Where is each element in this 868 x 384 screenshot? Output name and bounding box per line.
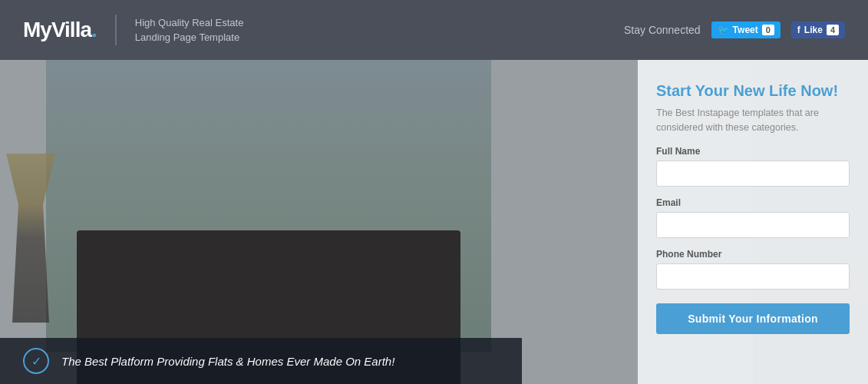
like-count: 4 — [827, 25, 839, 35]
logo-area: MyVilla. High Quality Real Estate Landin… — [23, 15, 273, 45]
tweet-button[interactable]: 🐦 Tweet 0 — [711, 22, 781, 38]
main-content: ✓ The Best Platform Providing Flats & Ho… — [0, 60, 868, 384]
like-button[interactable]: f Like 4 — [791, 22, 845, 38]
facebook-icon: f — [797, 25, 800, 35]
full-name-group: Full Name — [656, 146, 850, 187]
logo: MyVilla. — [23, 18, 97, 42]
email-label: Email — [656, 197, 850, 208]
banner-text: The Best Platform Providing Flats & Home… — [61, 355, 394, 368]
tweet-label: Tweet — [733, 25, 758, 35]
phone-input[interactable] — [656, 263, 850, 290]
form-title: Start Your New Life Now! — [656, 81, 850, 100]
logo-divider — [115, 15, 117, 45]
form-panel: Start Your New Life Now! The Best Instap… — [638, 60, 868, 384]
twitter-icon: 🐦 — [718, 25, 729, 35]
check-circle: ✓ — [23, 348, 49, 374]
full-name-input[interactable] — [656, 161, 850, 187]
header-right: Stay Connected 🐦 Tweet 0 f Like 4 — [624, 22, 845, 38]
logo-tagline: High Quality Real Estate Landing Page Te… — [135, 15, 273, 45]
stay-connected-label: Stay Connected — [624, 24, 701, 36]
full-name-label: Full Name — [656, 146, 850, 157]
form-subtitle: The Best Instapage templates that are co… — [656, 106, 850, 135]
email-input[interactable] — [656, 212, 850, 238]
bottom-banner: ✓ The Best Platform Providing Flats & Ho… — [0, 338, 522, 384]
email-group: Email — [656, 197, 850, 238]
check-icon: ✓ — [31, 354, 41, 369]
phone-group: Phone Number — [656, 249, 850, 290]
tweet-count: 0 — [762, 25, 774, 35]
logo-text: MyVilla. — [23, 18, 97, 41]
like-label: Like — [804, 25, 823, 35]
header: MyVilla. High Quality Real Estate Landin… — [0, 0, 868, 60]
phone-label: Phone Number — [656, 249, 850, 260]
submit-button[interactable]: Submit Your Information — [656, 303, 850, 334]
